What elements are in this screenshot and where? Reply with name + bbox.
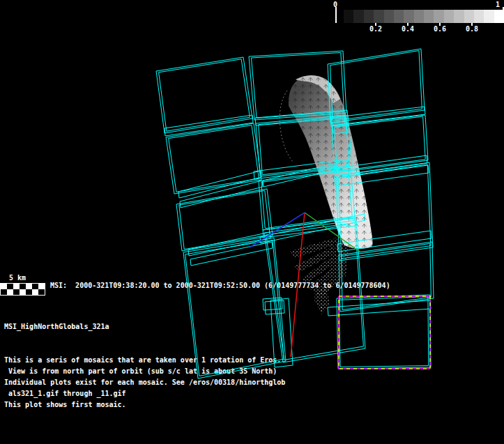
footprint-outline-inner [339, 297, 429, 367]
scalebar-cell [38, 284, 45, 289]
footprint-outline-inner [335, 116, 425, 171]
colorbar-step [344, 10, 353, 23]
colorbar-step [374, 10, 383, 23]
colorbar-left-endtick [335, 7, 337, 23]
colorbar-step [394, 10, 404, 23]
colorbar-step [384, 10, 394, 23]
footprint-strip [180, 181, 263, 208]
colorbar-step [444, 10, 454, 23]
footprint-strip [254, 160, 346, 179]
footprint-outline [328, 49, 425, 123]
z-axis-line [250, 213, 305, 247]
selected-mosaic-dashed-box [339, 296, 430, 369]
footprint-outline [156, 57, 252, 133]
footprint-outline-inner [342, 243, 432, 309]
footprint-outline-inner [330, 51, 422, 121]
footprint-outline [259, 169, 355, 230]
status-line: MSI: 2000-321T09:38:20.00 to 2000-321T09… [50, 282, 390, 289]
scalebar-cell [1, 289, 7, 295]
colorbar-step [464, 10, 474, 23]
footprint-strip [165, 115, 253, 136]
footprint-strip [333, 121, 347, 134]
annotation-lines: This is a seris of mosaics that are take… [4, 355, 285, 411]
colorbar-step [454, 10, 464, 23]
colorbar [344, 10, 504, 23]
asteroid-body [289, 75, 373, 248]
footprint-strip [333, 155, 427, 176]
footprint-strip [260, 214, 365, 243]
annotation-line: Individual plots exist for each mosaic. … [4, 377, 285, 388]
colorbar-step [414, 10, 424, 23]
footprint-strip [188, 232, 270, 256]
annotation-block: MSI_HighNorthGlobals_321a This is a seri… [4, 299, 285, 433]
colorbar-step [474, 10, 484, 23]
scalebar-cell [7, 284, 13, 289]
annotation-line: This plot shows first mosaic. [4, 399, 285, 411]
footprint-outline-inner [338, 164, 431, 259]
footprint-strip [263, 218, 356, 238]
colorbar-step [424, 10, 434, 23]
dashed-box-dash_yellow [339, 296, 430, 369]
scalebar-cell [32, 289, 38, 295]
scalebar-cell [7, 289, 13, 295]
colorbar-step [364, 10, 374, 23]
footprint-strip [263, 160, 349, 187]
footprint-outline-inner [259, 116, 350, 174]
colorbar-ticklabel: 0.8 [466, 25, 478, 33]
footprint-strip [328, 300, 431, 316]
asteroid-facet-texture [289, 75, 373, 248]
footprint-strip [255, 110, 348, 125]
footprint-outline [249, 51, 346, 120]
footprint-strip [335, 165, 429, 186]
footprint-outline [337, 295, 431, 369]
scalebar-cell [38, 289, 45, 295]
footprint-outline [332, 115, 428, 173]
footprint-strip [330, 115, 345, 126]
footprint-outline-inner [159, 59, 250, 131]
footprint-strip [337, 231, 432, 252]
mosaic-plot-window: 0 1 0.20.40.60.8 5 km MSI: 2000-321T09:3… [0, 0, 504, 444]
footprint-outline-inner [169, 125, 259, 192]
scalebar-cell [26, 289, 32, 295]
annotation-line: This is a seris of mosaics that are take… [4, 355, 285, 366]
colorbar-max-label: 1 [496, 1, 500, 8]
colorbar-step [484, 10, 494, 23]
colorbar-ticklabel: 0.6 [434, 25, 446, 33]
footprint-outline [256, 115, 352, 176]
footprint-outline-inner [261, 170, 353, 228]
colorbar-ticklabel: 0.2 [369, 25, 382, 33]
colorbar-step [404, 10, 413, 23]
footprint-outline [336, 162, 433, 261]
annotation-line: als321_1.gif through _11.gif [4, 388, 285, 399]
annotation-title: MSI_HighNorthGlobals_321a [4, 321, 285, 332]
footprint-outline [339, 242, 434, 312]
asteroid-stippled-fingers [290, 237, 349, 315]
footprint-outline-inner [251, 52, 344, 118]
scalebar-cell [20, 289, 26, 295]
footprint-outline [176, 189, 273, 251]
scalebar-cell [1, 284, 7, 289]
scalebar-cell [13, 284, 20, 289]
scalebar-cell [13, 289, 20, 295]
colorbar-step [494, 10, 504, 23]
scalebar-cell [32, 284, 38, 289]
dashed-box-dash_magenta [339, 296, 430, 369]
eros-asteroid-mesh [280, 75, 372, 315]
scalebar-checker [0, 283, 45, 296]
asteroid-lit-rim [296, 75, 340, 103]
footprint-outline-inner [179, 190, 270, 249]
y-axis-line [305, 213, 360, 252]
footprint-strip [331, 107, 425, 125]
scalebar-cell [20, 284, 26, 289]
footprint-strip [178, 171, 261, 198]
annotation-line: View is from north part of orbit (sub s/… [4, 366, 285, 377]
colorbar-step [434, 10, 443, 23]
asteroid-limb-dotted-outline [280, 91, 293, 162]
footprint-strip [190, 242, 273, 266]
footprint-outline [166, 123, 261, 194]
colorbar-step [353, 10, 363, 23]
scalebar-label: 5 km [9, 274, 26, 282]
colorbar-ticklabel: 0.4 [402, 25, 414, 33]
scalebar-cell [26, 284, 32, 289]
